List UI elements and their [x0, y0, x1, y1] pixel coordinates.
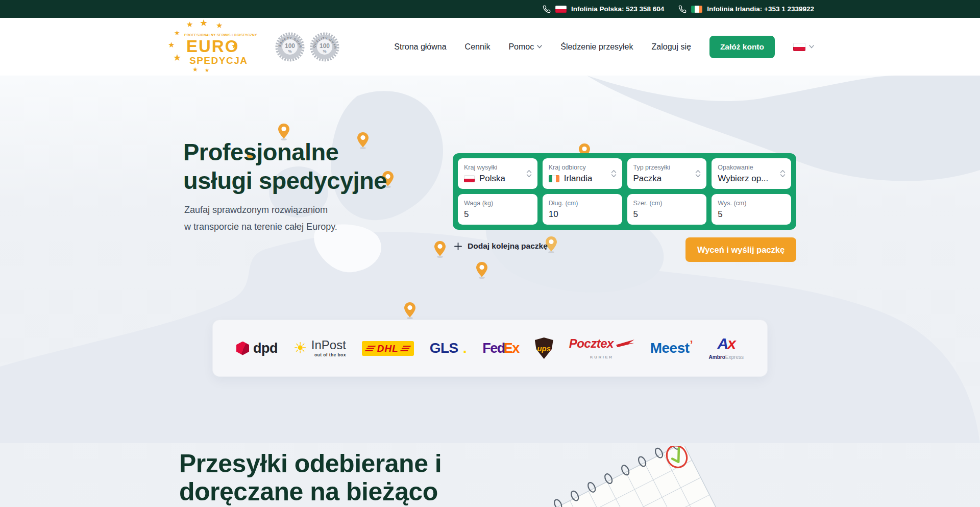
select-packaging[interactable]: Opakowanie Wybierz op...	[712, 158, 791, 189]
svg-text:100: 100	[285, 42, 295, 50]
select-arrows-icon	[526, 170, 532, 178]
poland-flag-icon	[555, 6, 567, 13]
phone-icon	[543, 5, 551, 13]
map-pin-icon	[434, 241, 446, 258]
nav-help[interactable]: Pomoc	[508, 42, 542, 52]
nav-login[interactable]: Zaloguj się	[652, 42, 691, 52]
hotline-poland-label: Infolinia Polska: 523 358 604	[571, 5, 664, 13]
hotline-ireland-label: Infolinia Irlandia: +353 1 2339922	[707, 5, 814, 13]
star-icon: ★	[216, 21, 223, 29]
star-icon: ★	[174, 30, 180, 36]
quote-submit-button[interactable]: Wyceń i wyślij paczkę	[685, 237, 796, 262]
language-selector[interactable]	[793, 43, 814, 51]
ambro-express-logo: Ax AmbroExpress	[709, 336, 744, 360]
chevron-down-icon	[537, 45, 542, 49]
meest-logo: Meest’	[650, 340, 693, 356]
weight-input[interactable]: Waga (kg) 5	[458, 194, 537, 225]
poland-flag-icon	[793, 43, 805, 51]
ireland-flag-icon	[691, 6, 702, 13]
hero-section: Profesjonalne usługi spedycyjne Zaufaj s…	[0, 76, 980, 507]
poland-flag-icon	[464, 175, 475, 182]
fedex-logo: FedEx	[482, 341, 519, 356]
select-arrows-icon	[611, 170, 617, 178]
hotline-ireland[interactable]: Infolinia Irlandia: +353 1 2339922	[678, 5, 814, 13]
svg-text:%: %	[288, 49, 291, 54]
hero-title: Profesjonalne usługi spedycyjne	[183, 138, 387, 195]
nav-tracking[interactable]: Śledzenie przesyłek	[560, 42, 633, 52]
europe-map	[0, 76, 980, 443]
phone-icon	[678, 5, 687, 13]
chevron-down-icon	[809, 45, 814, 49]
carrier-logos-strip: dpd ☀ InPostout of the box DHL GLS. FedE…	[212, 320, 768, 377]
height-input[interactable]: Wys. (cm) 5	[712, 194, 791, 225]
safety-guarantee-badge: SAFETY GUARANTEE 100 %	[275, 32, 305, 62]
dhl-logo: DHL	[362, 341, 414, 356]
dhl-stripes-icon	[364, 346, 376, 351]
select-origin-country[interactable]: Kraj wysyłki Polska	[458, 158, 537, 189]
inpost-logo: ☀ InPostout of the box	[293, 339, 346, 357]
star-icon: ★	[173, 53, 181, 62]
star-icon: ★	[200, 18, 208, 28]
ups-logo: ups	[535, 337, 553, 359]
add-package-link[interactable]: Dodaj kolejną paczkę	[454, 242, 548, 251]
logo-name-line2: SPEDYCJA	[189, 55, 248, 66]
select-shipment-type[interactable]: Typ przesyłki Paczka	[627, 158, 707, 189]
section2-title: Przesyłki odebierane i doręczane na bież…	[179, 450, 442, 506]
star-icon: ★	[168, 41, 175, 49]
star-icon: ★	[205, 68, 209, 73]
ups-shield-icon: ups	[535, 337, 553, 359]
main-nav: Strona główna Cennik Pomoc Śledzenie prz…	[394, 36, 814, 58]
select-destination-country[interactable]: Kraj odbiorcy Irlandia	[543, 158, 622, 189]
select-arrows-icon	[695, 170, 701, 178]
svg-text:100: 100	[320, 42, 330, 50]
svg-text:%: %	[323, 49, 326, 54]
calendar-notebook-illustration	[531, 446, 735, 507]
dhl-stripes-icon	[400, 346, 411, 351]
dpd-cube-icon	[236, 342, 249, 355]
inpost-sun-icon: ☀	[293, 341, 307, 356]
nav-pricing[interactable]: Cennik	[465, 42, 491, 52]
hero-subtitle: Zaufaj sprawdzonym rozwiązaniom w transp…	[184, 202, 337, 235]
length-input[interactable]: Dług. (cm) 10	[543, 194, 622, 225]
hotline-poland[interactable]: Infolinia Polska: 523 358 604	[543, 5, 664, 13]
map-pin-icon	[404, 302, 415, 319]
map-pin-icon	[476, 262, 487, 279]
quality-guarantee-badge: QUALITY GUARANTEE 100 %	[310, 32, 339, 62]
topbar: Infolinia Polska: 523 358 604 Infolinia …	[0, 0, 980, 18]
nav-home[interactable]: Strona główna	[394, 42, 446, 52]
quality-badges: SAFETY GUARANTEE 100 % QUALITY GUARANTEE…	[275, 32, 339, 62]
quote-form: Kraj wysyłki Polska Kraj odbiorcy Irland…	[453, 153, 796, 230]
plus-icon	[454, 243, 462, 250]
star-icon: ★	[186, 20, 193, 28]
gls-logo: GLS.	[430, 340, 467, 356]
star-icon: ★	[192, 66, 198, 73]
ireland-flag-icon	[549, 175, 559, 182]
signup-button[interactable]: Załóż konto	[709, 36, 775, 58]
pocztex-swoosh-icon	[616, 340, 634, 347]
logo-tagline: PROFESJONALNY SERWIS LOGISTYCZNY	[184, 33, 257, 37]
header: ★ ★ ★ ★ ★ ★ ★ ★ ★ PROFESJONALNY SERWIS L…	[0, 18, 980, 76]
dpd-logo: dpd	[236, 341, 278, 356]
width-input[interactable]: Szer. (cm) 5	[627, 194, 707, 225]
company-logo[interactable]: ★ ★ ★ ★ ★ ★ ★ ★ ★ PROFESJONALNY SERWIS L…	[166, 20, 247, 74]
pocztex-logo: Pocztex KURIER	[569, 337, 634, 359]
logo-name-line1: EURO	[186, 37, 239, 56]
select-arrows-icon	[780, 170, 786, 178]
